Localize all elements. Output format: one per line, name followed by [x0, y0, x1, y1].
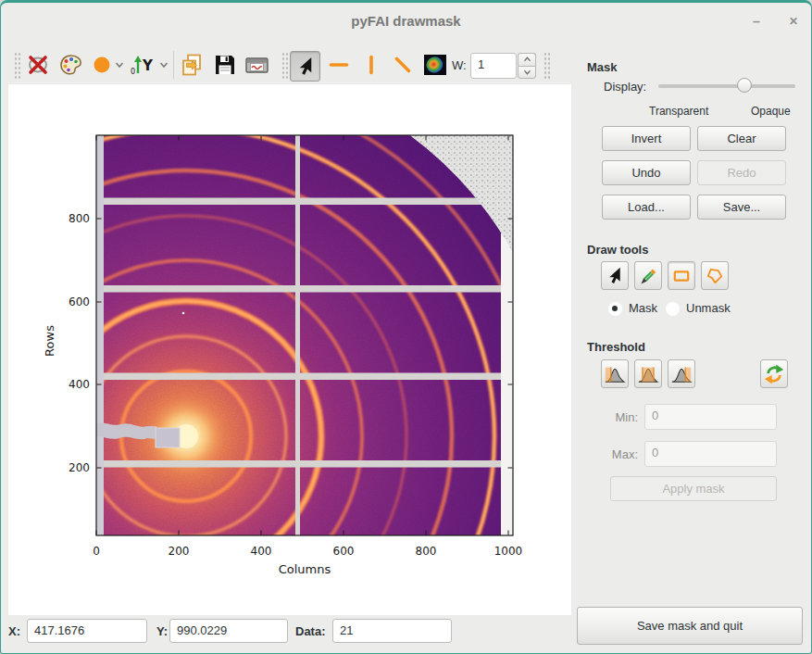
- status-data-label: Data:: [295, 624, 326, 638]
- refresh-icon: [763, 363, 785, 385]
- y-axis-up-arrow-icon: 0 Y: [130, 53, 157, 77]
- svg-text:0: 0: [93, 545, 100, 558]
- colormap-preview-button[interactable]: [422, 52, 448, 78]
- apply-mask-button[interactable]: Apply mask: [610, 476, 777, 501]
- svg-text:200: 200: [69, 461, 90, 474]
- pencil-icon: [638, 266, 658, 286]
- toolbar-grip[interactable]: [281, 52, 289, 80]
- status-x-value[interactable]: 417.1676: [27, 619, 147, 643]
- save-mask-button[interactable]: Save...: [697, 195, 786, 220]
- chevron-up-icon: [523, 57, 531, 62]
- app-window: pyFAI drawmask – ✕ 0: [0, 0, 812, 654]
- diffraction-plot[interactable]: 02004006008001000 200400600800 Columns R…: [8, 84, 571, 615]
- colormap-palette-button[interactable]: [57, 52, 83, 78]
- colormap-image-icon: [423, 54, 447, 76]
- svg-text:400: 400: [251, 545, 272, 558]
- toolbar-grip[interactable]: [543, 52, 551, 80]
- radio-dot: [612, 306, 618, 311]
- toolbar-grip[interactable]: [14, 52, 21, 80]
- close-button[interactable]: ✕: [781, 9, 806, 33]
- printer-icon: [244, 54, 269, 76]
- svg-text:200: 200: [169, 545, 190, 558]
- mask-radio-label: Mask: [629, 301, 657, 315]
- svg-text:400: 400: [69, 378, 90, 391]
- chevron-down-icon: [115, 61, 124, 69]
- redo-button[interactable]: Redo: [697, 160, 786, 185]
- histogram-between-icon: [637, 363, 659, 385]
- opaque-label: Opaque: [751, 105, 791, 118]
- histogram-below-icon: [604, 363, 626, 385]
- unmask-radio[interactable]: [666, 302, 680, 316]
- palette-icon: [58, 53, 83, 77]
- min-input[interactable]: 0: [644, 404, 777, 430]
- polygon-icon: [705, 266, 725, 286]
- pan-pointer-button[interactable]: [290, 51, 320, 82]
- pencil-width-label: W:: [452, 58, 467, 72]
- pencil-width-input[interactable]: 1: [470, 53, 517, 79]
- window-title: pyFAI drawmask: [1, 13, 811, 29]
- svg-text:0: 0: [131, 68, 135, 76]
- status-y-label: Y:: [156, 624, 168, 638]
- invert-button[interactable]: Invert: [602, 126, 691, 151]
- refresh-threshold-button[interactable]: [760, 359, 788, 388]
- pencil-width-stepper[interactable]: [518, 53, 536, 79]
- polygon-tool-button[interactable]: [701, 261, 729, 290]
- max-input[interactable]: 0: [644, 441, 777, 467]
- minimize-button[interactable]: –: [744, 9, 768, 33]
- histogram-above-icon: [670, 363, 693, 385]
- y-axis-label: Rows: [43, 325, 56, 357]
- slider-handle[interactable]: [737, 78, 752, 93]
- stepper-up-button[interactable]: [518, 53, 536, 66]
- display-label: Display:: [604, 80, 646, 94]
- copy-icon: [181, 53, 205, 77]
- vertical-line-icon: [359, 53, 383, 77]
- diagonal-line-icon: [391, 53, 415, 77]
- status-x-label: X:: [8, 624, 20, 638]
- plot-canvas[interactable]: 02004006008001000 200400600800 Columns R…: [8, 84, 571, 615]
- min-label: Min:: [601, 410, 638, 424]
- svg-text:1000: 1000: [494, 545, 523, 558]
- mask-section-title: Mask: [587, 60, 618, 74]
- filled-circle-icon: [93, 55, 113, 75]
- reset-zoom-button[interactable]: [25, 52, 51, 78]
- toolbar-separator: [173, 51, 174, 79]
- y-axis-orientation-dropdown[interactable]: 0 Y: [130, 52, 169, 78]
- rectangle-icon: [671, 266, 692, 286]
- hot-pixel: [182, 312, 185, 315]
- chevron-down-icon: [159, 61, 169, 69]
- max-label: Max:: [601, 447, 638, 461]
- svg-text:600: 600: [333, 545, 355, 558]
- floppy-disk-icon: [214, 54, 236, 76]
- status-y-value[interactable]: 990.0229: [169, 619, 288, 643]
- clear-button[interactable]: Clear: [697, 126, 786, 151]
- chevron-down-icon: [523, 69, 531, 75]
- cursor-arrow-icon: [605, 266, 625, 286]
- status-data-value[interactable]: 21: [332, 619, 452, 643]
- draw-dline-button[interactable]: [390, 52, 416, 78]
- threshold-title: Threshold: [587, 340, 645, 354]
- draw-hline-button[interactable]: [326, 52, 352, 78]
- title-bar[interactable]: pyFAI drawmask – ✕: [1, 3, 811, 42]
- mask-above-max-button[interactable]: [668, 359, 695, 388]
- horizontal-line-icon: [327, 53, 351, 77]
- svg-text:Y: Y: [142, 57, 154, 74]
- print-button[interactable]: [244, 52, 269, 78]
- load-button[interactable]: Load...: [602, 195, 691, 220]
- save-mask-and-quit-button[interactable]: Save mask and quit: [577, 607, 803, 645]
- rectangle-tool-button[interactable]: [668, 261, 695, 290]
- save-button[interactable]: [212, 52, 238, 78]
- stepper-down-button[interactable]: [518, 66, 536, 80]
- copy-button[interactable]: [180, 52, 206, 78]
- select-tool-button[interactable]: [601, 261, 629, 290]
- draw-vline-button[interactable]: [358, 52, 384, 78]
- mask-radio[interactable]: [608, 302, 622, 316]
- mask-between-button[interactable]: [634, 359, 662, 388]
- mask-below-min-button[interactable]: [601, 359, 629, 388]
- slider-track[interactable]: [658, 84, 795, 88]
- svg-text:800: 800: [416, 545, 437, 558]
- mask-opacity-slider[interactable]: [658, 80, 795, 94]
- undo-button[interactable]: Undo: [602, 160, 691, 185]
- red-cross-icon: [26, 53, 50, 77]
- aspect-ratio-dropdown[interactable]: [90, 52, 127, 78]
- pencil-tool-button[interactable]: [634, 261, 662, 290]
